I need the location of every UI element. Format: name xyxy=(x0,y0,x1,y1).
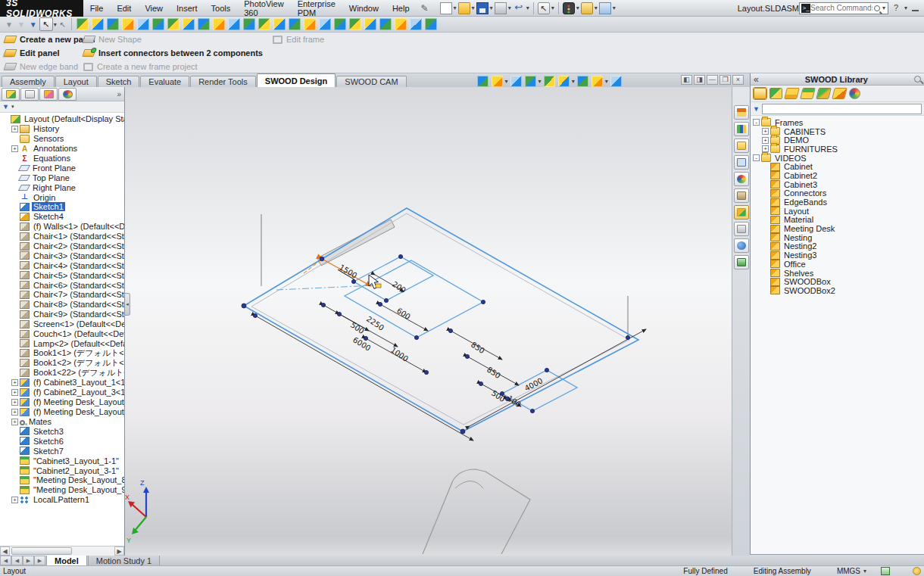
swood-export-icon[interactable] xyxy=(349,18,361,30)
swood-panel-new-icon[interactable] xyxy=(76,18,89,30)
open-document-caret-icon[interactable]: ▾ xyxy=(472,5,475,11)
search-caret-icon[interactable]: ▾ xyxy=(882,5,885,11)
tree-item-nesting[interactable]: Nesting xyxy=(751,233,924,242)
expander-icon[interactable]: - xyxy=(753,154,760,161)
menu-insert[interactable]: Insert xyxy=(170,0,204,17)
swood-library-tab-tab[interactable] xyxy=(734,205,749,220)
tree-item-sensors[interactable]: Sensors xyxy=(0,134,124,144)
menu-file[interactable]: File xyxy=(83,0,111,17)
appearances-library-icon[interactable] xyxy=(849,88,860,99)
select-cursor-icon[interactable]: ↖ xyxy=(538,2,550,14)
menu-photoview-360[interactable]: PhotoView 360 xyxy=(237,0,290,17)
tree-item-couch-1-default-default-dis[interactable]: Couch<1> (Default<<Default>_Dis xyxy=(0,329,124,339)
tab-sketch[interactable]: Sketch xyxy=(98,76,140,87)
graphics-viewport[interactable]: ◂ xyxy=(125,87,732,556)
tree-item-layout[interactable]: Layout xyxy=(751,207,924,216)
appearances-icon[interactable] xyxy=(577,76,588,87)
options-caret-icon[interactable]: ▾ xyxy=(595,5,598,11)
undo-icon[interactable]: ↩ xyxy=(513,2,525,14)
tree-item--f-walls-1-default-default-d[interactable]: (f) Walls<1> (Default<<Default>_D xyxy=(0,222,124,232)
expander-icon[interactable]: + xyxy=(11,409,18,416)
solidworks-resources-tab[interactable] xyxy=(734,105,749,120)
swood-edgeband-icon[interactable] xyxy=(122,18,134,30)
tree-horizontal-scrollbar[interactable]: ◀ ▶ xyxy=(0,546,124,556)
tree-item-nesting2[interactable]: Nesting2 xyxy=(751,242,924,251)
tree-item-sketch4[interactable]: Sketch4 xyxy=(0,212,124,222)
swood-box-icon[interactable] xyxy=(410,18,422,30)
tree-item-cabinet[interactable]: Cabinet xyxy=(751,162,924,171)
view-orientation-caret-icon[interactable]: ▾ xyxy=(538,78,542,85)
scrollbar-thumb[interactable] xyxy=(11,547,72,555)
library-filter-input[interactable] xyxy=(762,104,922,114)
open-document-icon[interactable] xyxy=(458,2,470,14)
scene-settings-caret-icon[interactable]: ▾ xyxy=(605,78,608,85)
expander-icon[interactable]: + xyxy=(11,497,18,503)
tree-item-chair-3-standard-standard-d[interactable]: Chair<3> (Standard<<Standard>_D xyxy=(0,251,124,260)
expander-icon[interactable]: + xyxy=(11,126,18,132)
tab-motion-study-1[interactable]: Motion Study 1 xyxy=(88,555,160,565)
tree-item--f-meeting-desk-layout-9-1-de[interactable]: +(f) Meeting Desk_Layout_9<1> (De xyxy=(0,407,124,417)
swood-grooving-icon[interactable] xyxy=(273,18,286,30)
rebuild-traffic-light-caret-icon[interactable]: ▾ xyxy=(576,5,579,11)
swood-edgeband-edit-icon[interactable] xyxy=(137,18,149,30)
select-arrow-icon[interactable]: ↖ xyxy=(60,20,66,29)
zoom-area-caret-icon[interactable]: ▾ xyxy=(505,78,508,85)
tree-item--cabinet2-layout-3-1-[interactable]: "Cabinet2_Layout_3-1" xyxy=(0,465,124,475)
doc-close-icon[interactable]: × xyxy=(732,75,744,85)
swood-machining-icon[interactable] xyxy=(243,18,255,30)
command-insert-connectors-between-2-components[interactable]: Insert connectors between 2 components xyxy=(83,48,273,58)
file-properties-caret-icon[interactable]: ▾ xyxy=(613,5,616,11)
frames-library-icon[interactable] xyxy=(754,88,766,99)
menu-view[interactable]: View xyxy=(138,0,170,17)
expander-icon[interactable]: + xyxy=(762,137,769,144)
filter-funnel-icon[interactable]: ▼ xyxy=(5,20,13,29)
tree-item--f-cabinet2-layout-3-1-default[interactable]: +(f) Cabinet2_Layout_3<1> (Default xyxy=(0,388,124,397)
expander-icon[interactable]: + xyxy=(11,379,18,386)
menu-help[interactable]: Help xyxy=(386,0,417,17)
tree-item-meeting-desk[interactable]: Meeting Desk xyxy=(751,224,924,233)
tree-item-locallpattern1[interactable]: +LocalLPattern1 xyxy=(0,495,124,505)
swood-toolbox-icon[interactable] xyxy=(364,18,376,30)
pane-right-icon[interactable]: ◨ xyxy=(694,75,705,85)
tab-model[interactable]: Model xyxy=(46,555,87,565)
viewport-canvas[interactable]: Z X Y 6000150020060050022501000850850500… xyxy=(125,87,732,554)
more-tabs-chevron-icon[interactable]: » xyxy=(117,90,121,98)
swood-report-icon[interactable] xyxy=(304,18,316,30)
prev-tab-icon[interactable]: ◀ xyxy=(11,556,23,565)
tree-item-connectors[interactable]: Connectors xyxy=(751,189,924,198)
tree-item-equations[interactable]: ΣEquations xyxy=(0,154,124,163)
tree-item-book1-22-[interactable]: Book1<22> (デフォルト<<デフォルト>_ xyxy=(0,368,124,378)
appearances-tab[interactable] xyxy=(734,172,749,186)
hide-show-items-icon[interactable] xyxy=(558,76,570,87)
save-icon[interactable] xyxy=(476,2,489,14)
print-caret-icon[interactable]: ▾ xyxy=(508,5,511,11)
swood-pocket-icon[interactable] xyxy=(289,18,301,30)
unit-system-selector[interactable]: MMGS ▾ xyxy=(837,567,867,575)
minimize-button[interactable] xyxy=(910,3,922,14)
swood-options-tab[interactable] xyxy=(734,255,749,269)
next-tab-icon[interactable]: ▶ xyxy=(23,556,34,565)
camera-options-icon[interactable] xyxy=(610,76,622,87)
tree-item--cabinet3-layout-1-1-[interactable]: "Cabinet3_Layout_1-1" xyxy=(0,456,124,465)
tree-item-office[interactable]: Office xyxy=(751,260,924,269)
swood-nesting-icon[interactable] xyxy=(319,18,331,30)
search-commands-box[interactable]: >_ ▾ xyxy=(799,2,888,14)
zoom-fit-icon[interactable] xyxy=(477,76,489,87)
new-document-caret-icon[interactable]: ▾ xyxy=(454,5,457,11)
machinings-library-icon[interactable] xyxy=(832,88,848,99)
tree-item-shelves[interactable]: Shelves xyxy=(751,269,924,278)
hide-show-items-caret-icon[interactable]: ▾ xyxy=(572,78,575,85)
tree-item-origin[interactable]: ⊥Origin xyxy=(0,192,124,202)
tree-item-layout-default-display-state-1[interactable]: Layout (Default<Display State-1>) xyxy=(0,114,124,124)
tree-item-chair-1-standard-standard-d[interactable]: Chair<1> (Standard<<Standard>_D xyxy=(0,232,124,241)
command-edit-panel[interactable]: Edit panel xyxy=(5,48,83,58)
tree-item-annotations[interactable]: +AAnnotations xyxy=(0,144,124,154)
tree-item-cabinet2[interactable]: Cabinet2 xyxy=(751,171,924,180)
custom-properties-tab[interactable] xyxy=(734,188,749,203)
expander-icon[interactable]: + xyxy=(11,145,18,152)
doc-minimize-icon[interactable]: — xyxy=(707,75,718,85)
tree-item-top-plane[interactable]: Top Plane xyxy=(0,173,124,182)
tree-item--f-cabinet3-layout-1-1-default[interactable]: +(f) Cabinet3_Layout_1<1> (Default xyxy=(0,378,124,388)
tree-filter-row[interactable]: ▼ ▾ xyxy=(0,101,124,113)
tree-item-cabinet3[interactable]: Cabinet3 xyxy=(751,180,924,189)
